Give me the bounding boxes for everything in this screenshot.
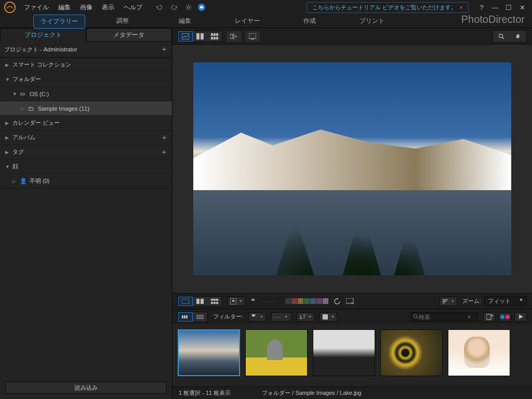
- thumbnail-spiral[interactable]: [380, 329, 443, 376]
- view-single-icon[interactable]: [178, 31, 193, 42]
- expand-icon[interactable]: ▶: [5, 135, 10, 140]
- export-icon[interactable]: [483, 312, 496, 322]
- thumb-list-icon[interactable]: [193, 312, 207, 322]
- swatch[interactable]: [310, 298, 316, 304]
- import-button[interactable]: 読み込み: [5, 381, 167, 394]
- svg-rect-22: [211, 302, 213, 304]
- search-clear[interactable]: ×: [468, 314, 471, 320]
- preview-area[interactable]: [172, 45, 532, 293]
- expand-icon[interactable]: ▶: [5, 121, 10, 126]
- mode-print[interactable]: プリント: [341, 15, 403, 29]
- thumb-large-icon[interactable]: [178, 312, 193, 322]
- svg-rect-4: [196, 33, 200, 39]
- person-icon: 👤: [20, 178, 27, 184]
- mode-adjust[interactable]: 調整: [91, 15, 154, 29]
- swatch[interactable]: [323, 298, 328, 304]
- swatch[interactable]: [291, 298, 297, 304]
- svg-rect-14: [251, 39, 254, 39]
- tree-drive-c[interactable]: ▼▭OS (C:): [0, 87, 172, 101]
- thumbnail-bw[interactable]: [313, 329, 375, 376]
- layout-single-icon[interactable]: [178, 297, 193, 306]
- menu-help[interactable]: ヘルプ: [119, 2, 147, 14]
- flag-icon[interactable]: [250, 298, 257, 304]
- swatch[interactable]: [298, 298, 303, 304]
- tree-face[interactable]: ▼顔: [0, 159, 172, 174]
- svg-rect-20: [214, 299, 216, 301]
- tutorial-close[interactable]: ×: [460, 4, 463, 10]
- svg-rect-28: [182, 315, 183, 318]
- view-compare-icon[interactable]: [193, 31, 207, 42]
- sort-menu[interactable]: [440, 297, 457, 306]
- tree-smart-collection[interactable]: ▶スマート コレクション: [0, 58, 172, 72]
- face-tag-dropdown[interactable]: [228, 297, 245, 306]
- zoom-select[interactable]: フィット: [484, 296, 527, 306]
- filter-rating-dropdown[interactable]: ···: [271, 312, 291, 322]
- menu-file[interactable]: ファイル: [20, 2, 53, 14]
- close-button[interactable]: ✕: [515, 3, 529, 12]
- zoom-icon[interactable]: [493, 31, 510, 42]
- mirror-icon[interactable]: [227, 31, 241, 42]
- mode-create[interactable]: 作成: [278, 15, 341, 29]
- help-button[interactable]: ?: [475, 3, 488, 12]
- tab-project[interactable]: プロジェクト: [0, 28, 86, 42]
- slideshow-icon[interactable]: [514, 312, 527, 322]
- layout-multi-icon[interactable]: [207, 297, 222, 306]
- tutorial-link[interactable]: こちらからチュートリアル ビデオをご覧いただけます。×: [307, 2, 469, 13]
- thumbnail-portrait[interactable]: [448, 329, 510, 376]
- minimize-button[interactable]: —: [488, 3, 502, 12]
- app-logo: [4, 2, 16, 13]
- undo-icon[interactable]: [156, 4, 163, 11]
- swatch[interactable]: [304, 298, 310, 304]
- redo-icon[interactable]: [170, 4, 178, 11]
- mode-edit[interactable]: 編集: [154, 15, 216, 29]
- filter-flag-dropdown[interactable]: [248, 312, 266, 322]
- tree-folder[interactable]: ▼フォルダー: [0, 72, 172, 87]
- svg-rect-11: [216, 37, 218, 39]
- pan-icon[interactable]: [510, 31, 526, 42]
- tree-sample-images[interactable]: ▷🗀Sample Images (11): [0, 101, 172, 116]
- expand-icon[interactable]: ▷: [21, 106, 26, 111]
- filter-label-dropdown[interactable]: [320, 312, 337, 322]
- collapse-icon[interactable]: ▼: [5, 164, 10, 169]
- proof-icon[interactable]: [346, 298, 354, 304]
- menu-image[interactable]: 画像: [76, 2, 97, 14]
- maximize-button[interactable]: ☐: [502, 3, 515, 12]
- search-input[interactable]: [419, 314, 466, 320]
- expand-icon[interactable]: ▶: [5, 62, 10, 68]
- swatch[interactable]: [316, 298, 322, 304]
- menu-edit[interactable]: 編集: [54, 2, 75, 14]
- svg-rect-13: [249, 33, 256, 38]
- tree-unknown-face[interactable]: ▷👤不明 (0): [0, 174, 172, 189]
- layout-split-icon[interactable]: [193, 297, 207, 306]
- add-project-icon[interactable]: ＋: [161, 45, 168, 54]
- filter-sort-dropdown[interactable]: [297, 312, 314, 322]
- tree-calendar[interactable]: ▶カレンダー ビュー: [0, 116, 172, 130]
- rating-dots[interactable]: ·····: [262, 298, 280, 304]
- menu-view[interactable]: 表示: [98, 2, 118, 14]
- folder-tree: ▶スマート コレクション ▼フォルダー ▼▭OS (C:) ▷🗀Sample I…: [0, 58, 172, 376]
- mode-layer[interactable]: レイヤー: [216, 15, 278, 29]
- add-tag-icon[interactable]: ＋: [161, 148, 168, 157]
- tree-tag[interactable]: ▶タグ＋: [0, 145, 172, 159]
- view-grid-icon[interactable]: [207, 31, 222, 42]
- settings-icon[interactable]: [185, 4, 192, 11]
- expand-icon[interactable]: ▷: [12, 179, 18, 184]
- collapse-icon[interactable]: ▼: [12, 91, 18, 97]
- tab-metadata[interactable]: メタデータ: [86, 28, 172, 42]
- svg-rect-24: [216, 302, 218, 304]
- search-box[interactable]: ×: [410, 312, 478, 322]
- add-album-icon[interactable]: ＋: [161, 133, 168, 142]
- expand-icon[interactable]: ▶: [5, 150, 10, 155]
- tree-album[interactable]: ▶アルバム＋: [0, 130, 172, 145]
- rotate-icon[interactable]: [334, 298, 341, 305]
- notification-icon[interactable]: [197, 3, 206, 11]
- thumbnail-lake[interactable]: [178, 329, 240, 376]
- swatch[interactable]: [285, 298, 291, 304]
- collapse-icon[interactable]: ▼: [5, 77, 10, 82]
- mode-library[interactable]: ライブラリー: [33, 15, 85, 29]
- flickr-icon[interactable]: [499, 312, 511, 322]
- sidebar: プロジェクト メタデータ プロジェクト - Administrator ＋ ▶ス…: [0, 28, 172, 399]
- fullscreen-icon[interactable]: [245, 31, 260, 42]
- thumbnail-flowers[interactable]: [245, 329, 308, 376]
- svg-rect-21: [216, 299, 218, 301]
